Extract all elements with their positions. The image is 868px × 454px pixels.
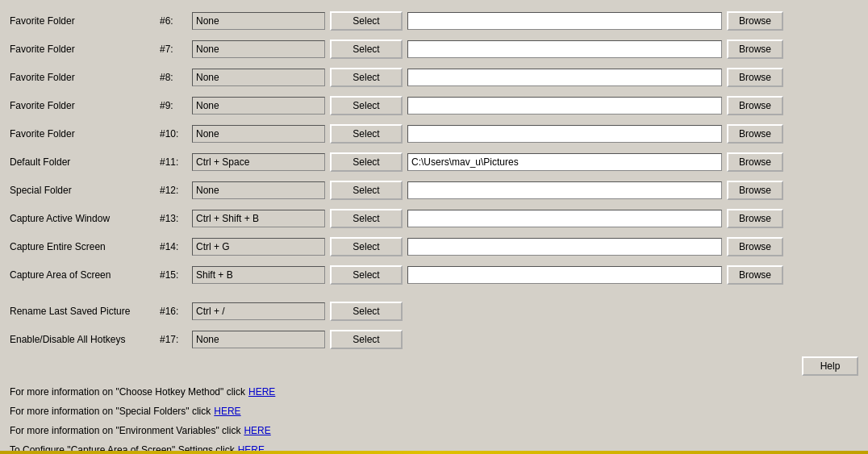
path-input[interactable] <box>407 153 722 171</box>
row-num: #17: <box>160 334 192 345</box>
row-7: Favorite Folder #7: Select Browse <box>6 35 862 63</box>
hotkey-input[interactable] <box>192 40 325 58</box>
row-label: Capture Entire Screen <box>6 241 160 252</box>
row-13: Capture Active Window #13: Select Browse <box>6 204 862 232</box>
row-num: #16: <box>160 306 192 317</box>
hotkey-input[interactable] <box>192 69 325 86</box>
main-container: Favorite Folder #6: Select Browse Favori… <box>6 6 862 454</box>
browse-button[interactable]: Browse <box>727 237 783 256</box>
hotkey-input[interactable] <box>192 331 325 348</box>
select-button[interactable]: Select <box>330 152 403 172</box>
row-label: Favorite Folder <box>6 100 160 111</box>
info-line-1: For more information on "Special Folders… <box>10 402 862 421</box>
right-section: Browse <box>407 152 862 172</box>
hotkey-input[interactable] <box>192 210 325 227</box>
hotkey-input[interactable] <box>192 266 325 284</box>
info-link[interactable]: HERE <box>248 386 275 398</box>
hotkey-input[interactable] <box>192 302 325 320</box>
select-button[interactable]: Select <box>330 237 403 256</box>
select-button[interactable]: Select <box>330 11 403 31</box>
right-section: Browse <box>407 265 862 285</box>
row-label: Favorite Folder <box>6 44 160 55</box>
row-label: Favorite Folder <box>6 72 160 83</box>
row-6: Favorite Folder #6: Select Browse <box>6 6 862 35</box>
browse-button[interactable]: Browse <box>727 209 783 228</box>
info-line-0: For more information on "Choose Hotkey M… <box>10 382 862 402</box>
right-section: Browse <box>407 11 862 31</box>
select-button[interactable]: Select <box>330 96 403 115</box>
hotkey-input[interactable] <box>192 125 325 143</box>
path-input[interactable] <box>407 181 722 199</box>
row-num: #11: <box>160 156 192 168</box>
info-link[interactable]: HERE <box>214 406 240 417</box>
row-12: Special Folder #12: Select Browse <box>6 176 862 204</box>
browse-button[interactable]: Browse <box>727 124 783 144</box>
select-button[interactable]: Select <box>330 181 403 200</box>
browse-button[interactable]: Browse <box>727 96 783 115</box>
select-button[interactable]: Select <box>330 68 403 87</box>
right-section: Browse <box>407 96 862 115</box>
browse-button[interactable]: Browse <box>727 152 783 172</box>
help-button[interactable]: Help <box>802 356 858 376</box>
browse-button[interactable]: Browse <box>727 11 783 31</box>
row-11: Default Folder #11: Select Browse <box>6 148 862 176</box>
hotkey-input[interactable] <box>192 12 325 30</box>
special-row-0: Rename Last Saved Picture #16: Select <box>6 297 862 325</box>
browse-button[interactable]: Browse <box>727 181 783 200</box>
row-10: Favorite Folder #10: Select Browse <box>6 119 862 148</box>
row-num: #10: <box>160 128 192 140</box>
special-row-1: Enable/Disable All Hotkeys #17: Select <box>6 325 862 353</box>
row-label: Capture Active Window <box>6 213 160 224</box>
path-input[interactable] <box>407 40 722 58</box>
row-8: Favorite Folder #8: Select Browse <box>6 63 862 91</box>
info-line-2: For more information on "Environment Var… <box>10 421 862 440</box>
row-15: Capture Area of Screen #15: Select Brows… <box>6 260 862 289</box>
row-label: Rename Last Saved Picture <box>6 306 160 317</box>
row-label: Favorite Folder <box>6 128 160 140</box>
row-num: #12: <box>160 185 192 196</box>
row-label: Favorite Folder <box>6 15 160 27</box>
right-section: Browse <box>407 68 862 87</box>
row-label: Capture Area of Screen <box>6 269 160 281</box>
info-text: For more information on "Choose Hotkey M… <box>10 386 245 398</box>
select-button[interactable]: Select <box>330 302 403 321</box>
path-input[interactable] <box>407 266 722 284</box>
row-num: #9: <box>160 100 192 111</box>
select-button[interactable]: Select <box>330 209 403 228</box>
right-section: Browse <box>407 124 862 144</box>
path-input[interactable] <box>407 125 722 143</box>
browse-button[interactable]: Browse <box>727 40 783 59</box>
path-input[interactable] <box>407 97 722 115</box>
select-button[interactable]: Select <box>330 40 403 59</box>
path-input[interactable] <box>407 210 722 227</box>
row-9: Favorite Folder #9: Select Browse <box>6 91 862 119</box>
help-area: Help <box>6 356 862 376</box>
select-button[interactable]: Select <box>330 265 403 285</box>
spacer <box>6 289 862 297</box>
path-input[interactable] <box>407 69 722 86</box>
row-label: Default Folder <box>6 156 160 168</box>
right-section: Browse <box>407 209 862 228</box>
browse-button[interactable]: Browse <box>727 265 783 285</box>
hotkey-input[interactable] <box>192 238 325 256</box>
info-section: For more information on "Choose Hotkey M… <box>6 382 862 454</box>
select-button[interactable]: Select <box>330 124 403 144</box>
info-text: For more information on "Environment Var… <box>10 425 240 436</box>
bottom-bar <box>0 451 868 454</box>
browse-button[interactable]: Browse <box>727 68 783 87</box>
row-label: Enable/Disable All Hotkeys <box>6 334 160 345</box>
hotkey-input[interactable] <box>192 97 325 115</box>
info-text: For more information on "Special Folders… <box>10 406 211 417</box>
right-section: Browse <box>407 237 862 256</box>
row-num: #7: <box>160 44 192 55</box>
row-num: #15: <box>160 269 192 281</box>
path-input[interactable] <box>407 238 722 256</box>
select-button[interactable]: Select <box>330 330 403 349</box>
right-section: Browse <box>407 181 862 200</box>
hotkey-input[interactable] <box>192 153 325 171</box>
hotkey-input[interactable] <box>192 181 325 199</box>
path-input[interactable] <box>407 12 722 30</box>
rows-container: Favorite Folder #6: Select Browse Favori… <box>6 6 862 289</box>
info-link[interactable]: HERE <box>244 425 270 436</box>
row-num: #13: <box>160 213 192 224</box>
